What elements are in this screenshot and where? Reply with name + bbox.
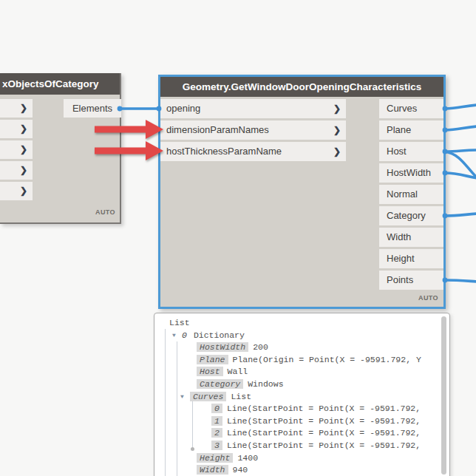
dict-key-badge: Width [197,465,228,475]
dict-key-badge: Curves [190,392,226,401]
list-index-badge: 3 [211,441,222,450]
tree-value: 200 [253,342,268,352]
output-port-host[interactable]: Host [379,142,443,161]
output-port-plane[interactable]: Plane [379,120,443,140]
output-port-points[interactable]: Points [379,271,443,290]
chevron-right-icon: ❯ [20,140,27,159]
node-title-bar[interactable]: xObjectsOfCategory [0,73,120,95]
tree-row-curves: ▼CurvesList [180,391,439,404]
node-title-bar[interactable]: Geometry.GetWindowDoorOpeningCharacteris… [160,77,443,97]
input-port-dimensionparamnames[interactable]: dimensionParamNames ❯ [160,120,346,140]
output-port-curves[interactable]: Curves [379,99,443,118]
collapse-triangle-icon[interactable]: ▼ [180,391,190,404]
collapse-triangle-icon[interactable]: ▼ [172,330,182,342]
wire-plane-out[interactable] [445,126,476,130]
port-label: opening [166,103,200,114]
tree-row-hostwidth: HostWidth200 [197,341,439,354]
chevron-right-icon: ❯ [20,120,27,138]
output-port-elements[interactable]: Elements [64,99,121,118]
tree-value: Line(StartPoint = Point(X = -9591.792, [227,428,421,438]
port-label: dimensionParamNames [166,124,269,135]
output-port-width[interactable]: Width [379,228,443,247]
dict-key-badge: Height [197,453,233,463]
input-port[interactable]: ❯ [0,161,33,180]
output-port-normal[interactable]: Normal [379,185,443,204]
dict-key-badge: HostWidth [197,342,248,352]
input-port-hostthicknessparamname[interactable]: hostThicknessParamName ❯ [160,142,346,161]
output-port-hostwidth[interactable]: HostWidth [379,163,443,183]
list-index-badge: 0 [211,404,222,413]
output-port-category[interactable]: Category [379,206,443,225]
tree-row-host: HostWall [197,366,439,378]
input-port[interactable]: ❯ [0,140,33,159]
tree-row-height: Height1400 [197,452,439,465]
tree-row-plane: PlanePlane(Origin = Point(X = -9591.792,… [197,354,439,367]
input-port[interactable]: ❯ [0,99,33,118]
tree-label: Dictionary [194,330,245,340]
tree-value: 1400 [237,453,258,463]
tree-value: 940 [233,465,248,475]
dict-key-badge: Host [197,367,223,376]
tree-row-list: List [169,317,439,330]
wire-hostwidth-out[interactable] [445,173,476,178]
wire-category-out[interactable] [445,214,476,216]
wire-points-out[interactable] [445,280,476,282]
wire-host-out-1[interactable] [445,150,476,152]
list-index-badge: 2 [211,428,222,438]
tree-value: Plane(Origin = Point(X = -9591.792, Y [233,355,421,364]
input-port[interactable]: ❯ [0,182,33,200]
chevron-right-icon: ❯ [20,182,27,200]
dict-key-badge: Plane [197,355,228,364]
tree-value: Line(StartPoint = Point(X = -9591.792, [227,404,421,413]
input-port[interactable]: ❯ [0,120,33,138]
wire-curves-out[interactable] [445,105,476,109]
tree-value: Windows [248,379,283,389]
tree-row-curve-0: 0Line(StartPoint = Point(X = -9591.792, [211,403,439,415]
lacing-badge[interactable]: AUTO [95,208,115,216]
tree-index: 0 [182,330,187,340]
tree-row-width: Width940 [197,464,439,476]
tree-row-curve-3: 3Line(StartPoint = Point(X = -9591.792, [211,440,439,452]
tree-row-curve-2: 2Line(StartPoint = Point(X = -9591.792, [211,427,439,440]
node-objects-of-category[interactable]: xObjectsOfCategory ❯ ❯ ❯ ❯ ❯ Elements AU… [0,73,121,224]
chevron-right-icon: ❯ [333,142,341,161]
tree-row-category: CategoryWindows [197,378,439,391]
tree-value: List [231,392,251,401]
chevron-right-icon: ❯ [333,120,341,140]
list-index-badge: 1 [211,416,222,426]
node-geometry-getwindowdooropeningcharacteristics[interactable]: Geometry.GetWindowDoorOpeningCharacteris… [158,75,446,309]
tree-value: Line(StartPoint = Point(X = -9591.792, [227,441,421,450]
preview-scrollbar[interactable] [441,316,446,475]
chevron-right-icon: ❯ [20,99,27,118]
chevron-right-icon: ❯ [333,99,341,118]
tree-row-curve-1: 1Line(StartPoint = Point(X = -9591.792, [211,415,439,428]
tree-value: Line(StartPoint = Point(X = -9591.792, [227,416,421,426]
dynamo-canvas[interactable]: xObjectsOfCategory ❯ ❯ ❯ ❯ ❯ Elements AU… [0,0,476,476]
tree-row-dictionary: ▼0Dictionary [172,330,439,342]
port-label: hostThicknessParamName [166,146,282,157]
dict-key-badge: Category [197,379,243,389]
input-port-opening[interactable]: opening ❯ [160,99,346,118]
tree-value: Wall [228,367,248,376]
output-port-height[interactable]: Height [379,249,443,268]
preview-bubble[interactable]: List ▼0Dictionary HostWidth200 PlanePlan… [154,313,450,476]
lacing-badge[interactable]: AUTO [418,294,438,302]
preview-tree: List ▼0Dictionary HostWidth200 PlanePlan… [154,317,439,476]
tree-label: List [169,318,190,327]
chevron-right-icon: ❯ [20,161,27,180]
